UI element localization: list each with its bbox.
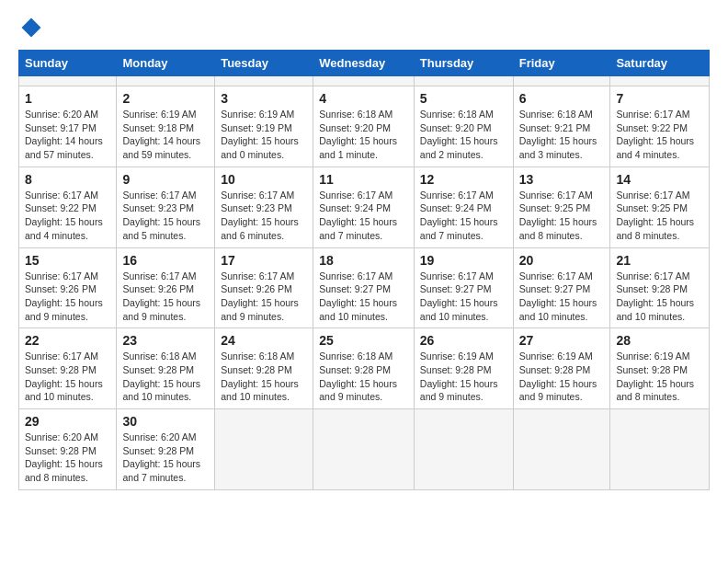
day-detail: Sunrise: 6:17 AMSunset: 9:26 PMDaylight:… (221, 270, 307, 324)
day-detail: Sunrise: 6:18 AMSunset: 9:28 PMDaylight:… (122, 350, 209, 404)
calendar-cell: 11Sunrise: 6:17 AMSunset: 9:24 PMDayligh… (313, 167, 415, 247)
day-number: 19 (420, 253, 507, 268)
day-number: 13 (519, 172, 605, 187)
day-number: 14 (616, 172, 703, 187)
col-header-thursday: Thursday (414, 51, 513, 76)
day-number: 2 (122, 91, 209, 106)
col-header-wednesday: Wednesday (313, 51, 415, 76)
calendar-cell: 14Sunrise: 6:17 AMSunset: 9:25 PMDayligh… (610, 167, 710, 247)
day-detail: Sunrise: 6:18 AMSunset: 9:20 PMDaylight:… (319, 108, 408, 162)
day-detail: Sunrise: 6:17 AMSunset: 9:23 PMDaylight:… (221, 189, 307, 243)
day-detail: Sunrise: 6:17 AMSunset: 9:25 PMDaylight:… (616, 189, 703, 243)
day-detail: Sunrise: 6:17 AMSunset: 9:27 PMDaylight:… (420, 270, 507, 324)
calendar-cell: 23Sunrise: 6:18 AMSunset: 9:28 PMDayligh… (117, 328, 215, 409)
day-detail: Sunrise: 6:19 AMSunset: 9:28 PMDaylight:… (519, 350, 605, 404)
day-number: 25 (319, 333, 408, 348)
day-number: 28 (616, 333, 703, 348)
day-detail: Sunrise: 6:19 AMSunset: 9:28 PMDaylight:… (616, 350, 703, 404)
day-detail: Sunrise: 6:18 AMSunset: 9:28 PMDaylight:… (319, 350, 408, 404)
day-detail: Sunrise: 6:20 AMSunset: 9:17 PMDaylight:… (25, 108, 110, 162)
day-number: 4 (319, 91, 408, 106)
page: SundayMondayTuesdayWednesdayThursdayFrid… (0, 0, 728, 563)
calendar-cell: 26Sunrise: 6:19 AMSunset: 9:28 PMDayligh… (414, 328, 513, 409)
calendar-table: SundayMondayTuesdayWednesdayThursdayFrid… (18, 50, 710, 490)
calendar-cell: 16Sunrise: 6:17 AMSunset: 9:26 PMDayligh… (117, 247, 215, 328)
calendar-cell (215, 409, 313, 490)
day-number: 23 (122, 333, 209, 348)
calendar-cell (313, 76, 415, 86)
calendar-header-row: SundayMondayTuesdayWednesdayThursdayFrid… (19, 51, 710, 76)
col-header-sunday: Sunday (19, 51, 117, 76)
day-detail: Sunrise: 6:18 AMSunset: 9:28 PMDaylight:… (221, 350, 307, 404)
day-detail: Sunrise: 6:17 AMSunset: 9:23 PMDaylight:… (122, 189, 209, 243)
calendar-cell (513, 409, 610, 490)
calendar-cell: 4Sunrise: 6:18 AMSunset: 9:20 PMDaylight… (313, 86, 415, 167)
day-number: 9 (122, 172, 209, 187)
day-number: 8 (25, 172, 110, 187)
day-detail: Sunrise: 6:19 AMSunset: 9:18 PMDaylight:… (122, 108, 209, 162)
day-detail: Sunrise: 6:20 AMSunset: 9:28 PMDaylight:… (122, 431, 209, 485)
calendar-cell: 10Sunrise: 6:17 AMSunset: 9:23 PMDayligh… (215, 167, 313, 247)
col-header-monday: Monday (117, 51, 215, 76)
day-number: 29 (25, 414, 110, 429)
calendar-cell: 12Sunrise: 6:17 AMSunset: 9:24 PMDayligh… (414, 167, 513, 247)
calendar-cell: 3Sunrise: 6:19 AMSunset: 9:19 PMDaylight… (215, 86, 313, 167)
calendar-cell: 17Sunrise: 6:17 AMSunset: 9:26 PMDayligh… (215, 247, 313, 328)
day-detail: Sunrise: 6:17 AMSunset: 9:22 PMDaylight:… (616, 108, 703, 162)
calendar-cell: 24Sunrise: 6:18 AMSunset: 9:28 PMDayligh… (215, 328, 313, 409)
day-number: 11 (319, 172, 408, 187)
calendar-cell (414, 409, 513, 490)
day-number: 24 (221, 333, 307, 348)
day-number: 26 (420, 333, 507, 348)
calendar-row-3: 8Sunrise: 6:17 AMSunset: 9:22 PMDaylight… (19, 167, 710, 247)
day-number: 20 (519, 253, 605, 268)
day-number: 1 (25, 91, 110, 106)
day-detail: Sunrise: 6:17 AMSunset: 9:26 PMDaylight:… (25, 270, 110, 324)
day-number: 7 (616, 91, 703, 106)
calendar-cell: 7Sunrise: 6:17 AMSunset: 9:22 PMDaylight… (610, 86, 710, 167)
calendar-cell (215, 76, 313, 86)
day-detail: Sunrise: 6:17 AMSunset: 9:27 PMDaylight:… (319, 270, 408, 324)
day-number: 17 (221, 253, 307, 268)
calendar-row-1 (19, 76, 710, 86)
calendar-cell: 22Sunrise: 6:17 AMSunset: 9:28 PMDayligh… (19, 328, 117, 409)
calendar-row-4: 15Sunrise: 6:17 AMSunset: 9:26 PMDayligh… (19, 247, 710, 328)
day-number: 6 (519, 91, 605, 106)
calendar-cell: 5Sunrise: 6:18 AMSunset: 9:20 PMDaylight… (414, 86, 513, 167)
calendar-cell: 21Sunrise: 6:17 AMSunset: 9:28 PMDayligh… (610, 247, 710, 328)
calendar-cell: 9Sunrise: 6:17 AMSunset: 9:23 PMDaylight… (117, 167, 215, 247)
day-number: 22 (25, 333, 110, 348)
day-detail: Sunrise: 6:17 AMSunset: 9:28 PMDaylight:… (25, 350, 110, 404)
day-detail: Sunrise: 6:18 AMSunset: 9:20 PMDaylight:… (420, 108, 507, 162)
calendar-cell: 8Sunrise: 6:17 AMSunset: 9:22 PMDaylight… (19, 167, 117, 247)
svg-marker-0 (22, 18, 41, 38)
day-number: 12 (420, 172, 507, 187)
calendar-cell: 28Sunrise: 6:19 AMSunset: 9:28 PMDayligh… (610, 328, 710, 409)
calendar-cell (313, 409, 415, 490)
calendar-cell: 29Sunrise: 6:20 AMSunset: 9:28 PMDayligh… (19, 409, 117, 490)
calendar-row-2: 1Sunrise: 6:20 AMSunset: 9:17 PMDaylight… (19, 86, 710, 167)
logo (18, 15, 48, 40)
calendar-cell: 15Sunrise: 6:17 AMSunset: 9:26 PMDayligh… (19, 247, 117, 328)
calendar-cell: 13Sunrise: 6:17 AMSunset: 9:25 PMDayligh… (513, 167, 610, 247)
calendar-cell (19, 76, 117, 86)
day-detail: Sunrise: 6:17 AMSunset: 9:26 PMDaylight:… (122, 270, 209, 324)
day-detail: Sunrise: 6:19 AMSunset: 9:19 PMDaylight:… (221, 108, 307, 162)
calendar-row-6: 29Sunrise: 6:20 AMSunset: 9:28 PMDayligh… (19, 409, 710, 490)
day-detail: Sunrise: 6:18 AMSunset: 9:21 PMDaylight:… (519, 108, 605, 162)
day-detail: Sunrise: 6:17 AMSunset: 9:22 PMDaylight:… (25, 189, 110, 243)
calendar-cell (513, 76, 610, 86)
calendar-cell (117, 76, 215, 86)
day-detail: Sunrise: 6:17 AMSunset: 9:25 PMDaylight:… (519, 189, 605, 243)
day-number: 30 (122, 414, 209, 429)
calendar-row-5: 22Sunrise: 6:17 AMSunset: 9:28 PMDayligh… (19, 328, 710, 409)
calendar-cell: 6Sunrise: 6:18 AMSunset: 9:21 PMDaylight… (513, 86, 610, 167)
day-detail: Sunrise: 6:17 AMSunset: 9:24 PMDaylight:… (420, 189, 507, 243)
calendar-cell (414, 76, 513, 86)
day-detail: Sunrise: 6:17 AMSunset: 9:24 PMDaylight:… (319, 189, 408, 243)
header (18, 15, 710, 40)
day-number: 21 (616, 253, 703, 268)
day-number: 3 (221, 91, 307, 106)
calendar-cell: 19Sunrise: 6:17 AMSunset: 9:27 PMDayligh… (414, 247, 513, 328)
day-number: 15 (25, 253, 110, 268)
